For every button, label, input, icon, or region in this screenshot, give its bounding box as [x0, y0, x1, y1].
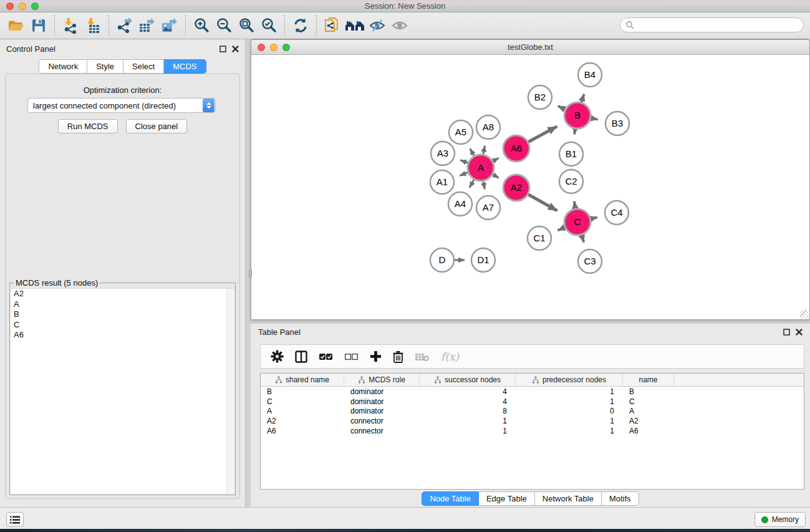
search-field[interactable] — [620, 17, 804, 32]
node-C2[interactable]: C2 — [559, 170, 583, 193]
criterion-dropdown[interactable]: largest connected component (directed) — [27, 98, 216, 113]
node-A2[interactable]: A2 — [503, 175, 529, 201]
edge-A-A4[interactable] — [470, 180, 474, 188]
node-A6[interactable]: A6 — [503, 135, 529, 162]
zoom-in-icon[interactable] — [190, 14, 213, 37]
save-session-icon[interactable] — [27, 14, 50, 37]
select-all-icon[interactable] — [319, 352, 333, 362]
import-network-icon[interactable] — [59, 14, 82, 37]
tab-style[interactable]: Style — [87, 59, 123, 74]
show-columns-icon[interactable] — [295, 351, 307, 363]
edge-C-C4[interactable] — [591, 217, 597, 218]
node-D[interactable]: D — [430, 248, 454, 272]
refresh-icon[interactable] — [289, 14, 312, 37]
table-row[interactable]: A6connector11A6 — [261, 426, 804, 436]
node-table[interactable]: shared nameMCDS rolesuccessor nodesprede… — [260, 373, 804, 490]
result-scrollbar[interactable] — [226, 289, 234, 494]
node-A3[interactable]: A3 — [431, 142, 455, 165]
node-C4[interactable]: C4 — [605, 201, 629, 225]
node-B1[interactable]: B1 — [559, 142, 583, 166]
edge-A-A2[interactable] — [493, 175, 499, 178]
tab-network-table[interactable]: Network Table — [535, 491, 602, 506]
export-table-icon[interactable] — [136, 14, 158, 37]
result-item[interactable]: A — [11, 299, 234, 310]
edge-B-B2[interactable] — [558, 106, 565, 110]
node-B[interactable]: B — [564, 102, 591, 128]
splitter-handle[interactable] — [249, 269, 252, 278]
column-header-predecessor-nodes[interactable]: predecessor nodes — [516, 374, 623, 386]
tab-motifs[interactable]: Motifs — [602, 491, 639, 506]
zoom-out-icon[interactable] — [213, 14, 235, 37]
result-item[interactable]: C — [11, 320, 234, 331]
node-C[interactable]: C — [564, 209, 591, 235]
tab-mcds[interactable]: MCDS — [164, 59, 206, 74]
deselect-all-icon[interactable] — [344, 352, 359, 362]
node-D1[interactable]: D1 — [471, 248, 495, 272]
node-A1[interactable]: A1 — [430, 170, 454, 194]
table-row[interactable]: A2connector11A2 — [261, 416, 804, 426]
edge-A-A6[interactable] — [493, 158, 499, 161]
edge-C-C2[interactable] — [574, 201, 576, 209]
edge-B-B1[interactable] — [574, 129, 575, 135]
node-C1[interactable]: C1 — [528, 226, 551, 250]
edge-C-C1[interactable] — [557, 228, 564, 231]
node-A5[interactable]: A5 — [449, 120, 473, 144]
tab-network[interactable]: Network — [39, 59, 87, 74]
search-input[interactable] — [635, 19, 803, 31]
import-table-icon[interactable] — [82, 14, 104, 37]
edge-A-A3[interactable] — [460, 160, 468, 163]
export-image-icon[interactable] — [158, 14, 181, 37]
clone-network-icon[interactable] — [321, 14, 344, 37]
table-row[interactable]: Cdominator41C — [261, 397, 804, 407]
float-table-panel-icon[interactable] — [783, 329, 790, 336]
tab-select[interactable]: Select — [123, 59, 164, 74]
close-table-panel-icon[interactable] — [796, 329, 803, 336]
close-panel-icon[interactable] — [232, 46, 239, 52]
network-window-titlebar[interactable]: testGlobe.txt — [251, 40, 809, 55]
node-A4[interactable]: A4 — [448, 192, 472, 216]
column-header-MCDS-role[interactable]: MCDS role — [344, 374, 420, 386]
node-B4[interactable]: B4 — [578, 63, 602, 87]
edge-A-A7[interactable] — [483, 181, 485, 190]
float-panel-icon[interactable] — [219, 46, 226, 52]
delete-column-trash-icon[interactable] — [393, 351, 403, 363]
result-item[interactable]: B — [11, 309, 234, 320]
resize-grip-icon[interactable] — [800, 310, 809, 319]
edge-C-C3[interactable] — [582, 235, 584, 243]
show-view-icon[interactable] — [388, 14, 411, 37]
add-column-icon[interactable] — [370, 351, 382, 362]
network-canvas[interactable]: B4B2BB3B1A5A8A3A6AA1A4A7A2C2CC4C1C3DD1 — [251, 55, 809, 319]
edge-A6-B[interactable] — [528, 127, 557, 142]
zoom-fit-icon[interactable] — [235, 14, 258, 37]
table-row[interactable]: Adominator80A — [261, 407, 804, 417]
run-mcds-button[interactable]: Run MCDS — [58, 119, 118, 133]
close-panel-button[interactable]: Close panel — [126, 119, 188, 133]
edge-B-B4[interactable] — [581, 94, 584, 102]
column-header-successor-nodes[interactable]: successor nodes — [420, 374, 516, 386]
node-A8[interactable]: A8 — [476, 115, 500, 139]
column-header-shared-name[interactable]: shared name — [261, 374, 344, 386]
edge-A-A8[interactable] — [483, 146, 485, 155]
edge-A2-C[interactable] — [528, 195, 557, 211]
node-B3[interactable]: B3 — [605, 112, 629, 135]
edge-A-A5[interactable] — [470, 148, 475, 156]
tab-node-table[interactable]: Node Table — [422, 491, 479, 506]
column-header-name[interactable]: name — [623, 374, 674, 386]
show-all-networks-icon[interactable] — [344, 14, 366, 37]
table-row[interactable]: Bdominator41B — [261, 387, 804, 397]
result-item[interactable]: A2 — [11, 289, 234, 299]
zoom-selected-icon[interactable] — [258, 14, 280, 37]
result-item[interactable]: A6 — [11, 330, 234, 341]
settings-gear-icon[interactable] — [271, 350, 284, 363]
node-C3[interactable]: C3 — [578, 249, 602, 273]
mcds-result-list[interactable]: A2ABCA6 — [11, 288, 234, 494]
edge-B-B3[interactable] — [591, 118, 598, 119]
open-session-icon[interactable] — [5, 14, 27, 37]
node-A[interactable]: A — [468, 155, 494, 181]
memory-button[interactable]: Memory — [755, 512, 806, 527]
tab-edge-table[interactable]: Edge Table — [479, 491, 535, 506]
task-history-button[interactable] — [6, 512, 24, 527]
node-A7[interactable]: A7 — [476, 196, 500, 220]
export-network-icon[interactable] — [113, 14, 136, 37]
hide-annotations-icon[interactable] — [366, 14, 388, 37]
